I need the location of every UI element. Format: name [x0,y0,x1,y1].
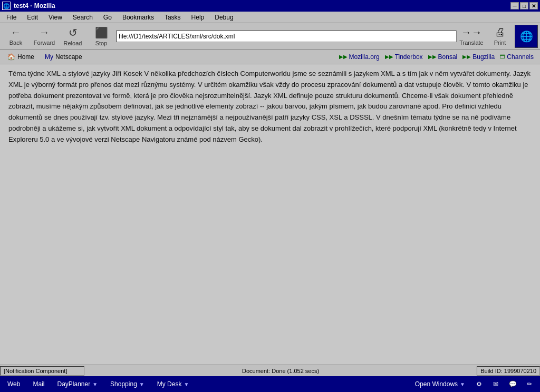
menu-debug[interactable]: Debug [210,13,237,22]
status-notification: [Notification Component] [0,366,84,376]
bookmark-mozilla[interactable]: ▶▶ Mozilla.org [337,52,382,62]
bookmark-netscape[interactable]: My Netscape [42,52,85,62]
menu-search[interactable]: Search [69,13,97,22]
channels-label: Channels [507,53,534,61]
back-button[interactable]: ← Back [2,24,30,48]
reload-label: Reload [64,40,82,46]
translate-icon: →→ [461,26,482,38]
menu-help[interactable]: Help [187,13,209,22]
minimize-button[interactable]: ─ [510,2,519,9]
side-margin [0,64,6,365]
home-icon: 🏠 [7,53,15,61]
openwindows-label: Open Windows [415,380,458,388]
taskbar-shopping[interactable]: Shopping ▼ [107,379,148,389]
dayplanner-dropdown-icon: ▼ [92,381,98,387]
url-area [116,31,457,42]
main-content[interactable]: Téma týdne XML a stylové jazyky Jiří Kos… [0,64,540,365]
shopping-dropdown-icon: ▼ [139,381,144,387]
taskbar-chat-icon[interactable]: 💬 [506,378,519,390]
browser-icon: 🌐 [2,2,11,10]
arrow-icon-2: ▶▶ [385,54,393,60]
openwindows-dropdown-icon: ▼ [460,381,465,387]
stop-button[interactable]: ⬛ Stop [88,24,115,48]
print-icon: 🖨 [495,26,505,38]
translate-button[interactable]: →→ Translate [458,24,485,48]
status-center: Document: Done (1.052 secs) [84,368,477,374]
channels-icon: 🗔 [500,54,505,60]
content-area: Téma týdne XML a stylové jazyky Jiří Kos… [6,64,540,365]
menu-tasks[interactable]: Tasks [160,13,185,22]
netscape-logo: 🌐 [515,25,538,48]
bookmark-bugzilla[interactable]: ▶▶ Bugzilla [460,52,497,62]
print-label: Print [494,40,506,46]
forward-icon: → [39,26,50,38]
bonsai-label: Bonsai [438,53,458,61]
mydesk-label: My Desk [157,380,182,388]
taskbar-dayplanner[interactable]: DayPlanner ▼ [54,379,101,389]
home-label: Home [17,53,34,61]
taskbar-mydesk[interactable]: My Desk ▼ [154,379,192,389]
arrow-icon-3: ▶▶ [428,54,437,60]
mydesk-dropdown-icon: ▼ [184,381,189,387]
reload-icon: ↺ [69,26,78,39]
maximize-button[interactable]: □ [520,2,528,9]
taskbar-mail-icon[interactable]: ✉ [489,378,502,390]
window-title: test4 - Mozilla [14,2,55,9]
menu-go[interactable]: Go [99,13,116,22]
stop-label: Stop [95,40,108,46]
forward-label: Forward [34,40,55,46]
bookmark-home[interactable]: 🏠 Home [4,52,37,62]
close-button[interactable]: ✕ [529,2,538,9]
bookmark-bonsai[interactable]: ▶▶ Bonsai [426,52,460,62]
taskbar-web[interactable]: Web [4,379,23,389]
title-bar: 🌐 test4 - Mozilla ─ □ ✕ [0,0,540,12]
menu-edit[interactable]: Edit [23,13,42,22]
menu-bookmarks[interactable]: Bookmarks [118,13,158,22]
taskbar: Web Mail DayPlanner ▼ Shopping ▼ My Desk… [0,376,540,392]
shopping-label: Shopping [110,380,137,388]
arrow-icon-4: ▶▶ [462,54,471,60]
translate-label: Translate [459,40,483,46]
title-bar-left: 🌐 test4 - Mozilla [2,2,55,10]
bugzilla-label: Bugzilla [472,53,495,61]
status-bar: [Notification Component] Document: Done … [0,365,540,376]
status-build-id: Build ID: 1999070210 [477,366,540,376]
taskbar-openwindows[interactable]: Open Windows ▼ [412,379,468,389]
mozilla-label: Mozilla.org [349,53,380,61]
reload-button[interactable]: ↺ Reload [59,24,86,48]
print-button[interactable]: 🖨 Print [486,24,514,48]
taskbar-settings-icon[interactable]: ⚙ [472,378,485,390]
article-text: Téma týdne XML a stylové jazyky Jiří Kos… [8,68,534,145]
bookmark-channels[interactable]: 🗔 Channels [498,52,536,62]
url-input[interactable] [116,31,457,42]
arrow-icon: ▶▶ [339,54,348,60]
web-label: Web [7,380,20,388]
taskbar-edit-icon[interactable]: ✏ [523,378,536,390]
back-icon: ← [11,26,21,38]
title-bar-controls: ─ □ ✕ [510,2,538,9]
stop-icon: ⬛ [95,26,108,39]
taskbar-right: Open Windows ▼ ⚙ ✉ 💬 ✏ [412,378,536,390]
bookmarks-right: ▶▶ Mozilla.org ▶▶ Tinderbox ▶▶ Bonsai ▶▶… [337,52,536,62]
tinderbox-label: Tinderbox [395,53,423,61]
netscape-icon: My [45,53,53,61]
bookmark-tinderbox[interactable]: ▶▶ Tinderbox [383,52,425,62]
forward-button[interactable]: → Forward [31,24,58,48]
menu-file[interactable]: File [2,13,21,22]
netscape-label: Netscape [55,53,82,61]
toolbar: ← Back → Forward ↺ Reload ⬛ Stop →→ Tran… [0,23,540,50]
dayplanner-label: DayPlanner [57,380,90,388]
menu-bar: File Edit View Search Go Bookmarks Tasks… [0,12,540,23]
bookmarks-bar: 🏠 Home My Netscape ▶▶ Mozilla.org ▶▶ Tin… [0,50,540,64]
taskbar-mail[interactable]: Mail [30,379,47,389]
menu-view[interactable]: View [44,13,66,22]
back-label: Back [9,40,22,46]
mail-label: Mail [33,380,44,388]
